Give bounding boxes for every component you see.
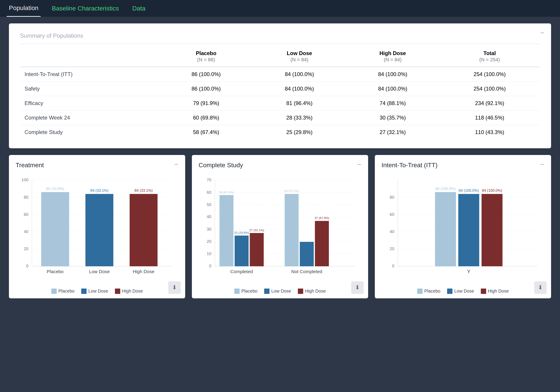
- treatment-download-button[interactable]: ⬇: [168, 281, 181, 294]
- complete-study-chart-title: Complete Study: [199, 162, 361, 169]
- svg-text:37 (67.9%): 37 (67.9%): [315, 216, 329, 220]
- svg-text:40: 40: [390, 229, 394, 234]
- complete-study-chart-svg-container: 70 60 50 40 30 20 10 0: [199, 173, 361, 286]
- treatment-chart-legend: Placebo Low Dose High Dose: [16, 289, 179, 294]
- svg-text:20: 20: [207, 239, 211, 244]
- svg-text:86 (100.0%): 86 (100.0%): [435, 187, 456, 191]
- complete-study-chart-legend: Placebo Low Dose High Dose: [199, 289, 361, 294]
- treatment-chart-svg: 100 80 60 40 20 0 86 (33.9%) 84 (33.1%): [16, 173, 179, 285]
- svg-text:0: 0: [392, 264, 394, 268]
- main-content: − Summary of Populations Placebo (N = 86…: [0, 17, 560, 305]
- itt-chart-legend: Placebo Low Dose High Dose: [381, 289, 544, 294]
- svg-text:0: 0: [209, 264, 211, 268]
- top-navigation: Population Baseline Characteristics Data: [0, 0, 560, 17]
- bar-notcompleted-highdose: [315, 221, 329, 266]
- legend-color-lowdose: [81, 289, 87, 294]
- svg-text:80: 80: [24, 195, 28, 200]
- legend-color-highdose: [115, 289, 120, 294]
- svg-text:10: 10: [207, 251, 211, 256]
- svg-text:30: 30: [207, 227, 211, 231]
- svg-text:40: 40: [207, 214, 211, 219]
- charts-row: Treatment − 100 80 60 40: [9, 155, 551, 298]
- bar-completed-placebo: [220, 195, 234, 266]
- svg-text:60: 60: [24, 212, 28, 217]
- svg-text:84 (33.1%): 84 (33.1%): [90, 188, 109, 193]
- svg-text:Low Dose: Low Dose: [89, 269, 110, 274]
- svg-text:84 (100.0%): 84 (100.0%): [459, 188, 479, 193]
- summary-title: Summary of Populations: [20, 32, 540, 39]
- treatment-minimize-button[interactable]: −: [174, 160, 179, 168]
- download-icon: ⬇: [538, 284, 543, 291]
- svg-text:Not Completed: Not Completed: [291, 269, 322, 274]
- svg-text:100: 100: [21, 177, 28, 182]
- svg-text:84 (33.1%): 84 (33.1%): [135, 188, 153, 193]
- table-row: Complete Study 58 (67.4%) 25 (29.8%) 27 …: [20, 125, 540, 140]
- legend-item-lowdose-itt: Low Dose: [447, 289, 474, 294]
- svg-text:86 (33.9%): 86 (33.9%): [46, 187, 64, 191]
- summary-table: Placebo (N = 86) Low Dose (N = 84) High …: [20, 46, 540, 139]
- svg-text:High Dose: High Dose: [133, 269, 154, 274]
- table-row: Efficacy 79 (91.9%) 81 (96.4%) 74 (88.1%…: [20, 96, 540, 111]
- bar-completed-highdose: [250, 233, 264, 266]
- treatment-chart-svg-container: 100 80 60 40 20 0 86 (33.9%) 84 (33.1%): [16, 173, 179, 286]
- legend-color-lowdose-cs: [264, 289, 270, 294]
- table-row: Intent-To-Treat (ITT) 86 (100.0%) 84 (10…: [20, 67, 540, 82]
- table-row: Safety 86 (100.0%) 84 (100.0%) 84 (100.0…: [20, 82, 540, 96]
- svg-text:84 (100.0%): 84 (100.0%): [482, 188, 502, 193]
- download-icon: ⬇: [172, 284, 177, 291]
- svg-text:60: 60: [390, 212, 394, 217]
- svg-text:Completed: Completed: [230, 269, 253, 274]
- summary-col-header-total: Total (N = 254): [439, 46, 540, 67]
- legend-item-highdose-cs: High Dose: [298, 289, 326, 294]
- svg-text:Y: Y: [467, 268, 470, 274]
- legend-color-placebo-itt: [417, 289, 423, 294]
- download-icon: ⬇: [355, 284, 360, 291]
- bar-notcompleted-placebo: [285, 194, 299, 266]
- treatment-chart-title: Treatment: [16, 162, 179, 169]
- bar-completed-lowdose: [235, 235, 249, 266]
- svg-text:20: 20: [390, 246, 394, 251]
- bar-itt-lowdose: [458, 194, 479, 266]
- legend-color-highdose-cs: [298, 289, 303, 294]
- complete-study-minimize-button[interactable]: −: [357, 160, 361, 168]
- nav-tab-baseline[interactable]: Baseline Characteristics: [50, 0, 121, 17]
- summary-col-header-lowdose: Low Dose (N = 84): [253, 46, 346, 67]
- legend-item-lowdose-cs: Low Dose: [264, 289, 291, 294]
- svg-text:27 (32.1%): 27 (32.1%): [250, 229, 264, 232]
- svg-text:59 (70.2%): 59 (70.2%): [284, 189, 299, 193]
- bar-lowdose: [85, 194, 113, 266]
- bar-highdose: [130, 194, 158, 266]
- legend-item-highdose: High Dose: [115, 289, 143, 294]
- svg-text:50: 50: [207, 202, 211, 207]
- svg-text:70: 70: [207, 177, 211, 182]
- legend-item-placebo-cs: Placebo: [234, 289, 258, 294]
- complete-study-download-button[interactable]: ⬇: [351, 281, 364, 294]
- bar-itt-placebo: [435, 192, 456, 266]
- itt-minimize-button[interactable]: −: [540, 160, 544, 168]
- table-row: Complete Week 24 60 (69.8%) 28 (33.3%) 3…: [20, 111, 540, 125]
- legend-color-highdose-itt: [481, 289, 486, 294]
- complete-study-chart-svg: 70 60 50 40 30 20 10 0: [199, 173, 361, 285]
- summary-col-header-placebo: Placebo (N = 86): [160, 46, 253, 67]
- summary-card: − Summary of Populations Placebo (N = 86…: [9, 23, 551, 148]
- bar-notcompleted-lowdose: [300, 242, 314, 266]
- itt-download-button[interactable]: ⬇: [534, 281, 547, 294]
- svg-text:40: 40: [24, 229, 28, 234]
- summary-col-header-row-label: [20, 46, 160, 67]
- svg-text:58 (67.4%): 58 (67.4%): [219, 191, 234, 194]
- legend-item-placebo: Placebo: [51, 289, 75, 294]
- svg-text:25 (29.8%): 25 (29.8%): [234, 231, 249, 234]
- legend-color-lowdose-itt: [447, 289, 452, 294]
- nav-tab-data[interactable]: Data: [130, 0, 148, 17]
- itt-chart-title: Intent-To-Treat (ITT): [381, 162, 544, 169]
- svg-text:Placebo: Placebo: [47, 269, 64, 274]
- legend-item-highdose-itt: High Dose: [481, 289, 509, 294]
- legend-color-placebo-cs: [234, 289, 240, 294]
- summary-col-header-highdose: High Dose (N = 84): [346, 46, 439, 67]
- svg-text:0: 0: [26, 264, 28, 268]
- bar-placebo: [41, 192, 69, 266]
- itt-chart-svg: 80 60 40 20 0 86 (100.0%) 84 (100.0%): [381, 173, 544, 285]
- summary-minimize-button[interactable]: −: [540, 29, 544, 37]
- nav-tab-population[interactable]: Population: [7, 0, 40, 17]
- treatment-chart-card: Treatment − 100 80 60 40: [9, 155, 185, 298]
